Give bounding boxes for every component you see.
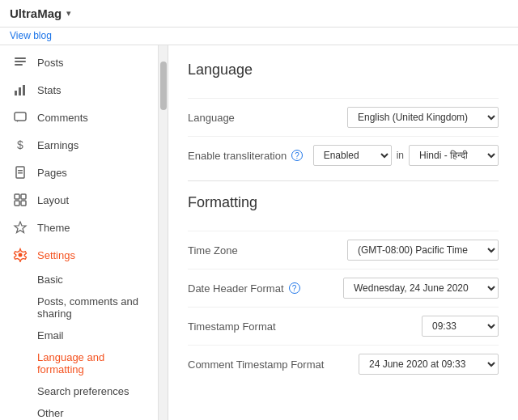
sidebar-sub-search-preferences[interactable]: Search preferences xyxy=(0,380,158,402)
svg-rect-11 xyxy=(21,194,26,199)
header-dropdown-icon[interactable]: ▾ xyxy=(66,8,71,19)
sidebar-item-label: Layout xyxy=(37,194,69,206)
language-section-title: Language xyxy=(188,62,499,85)
sidebar-item-layout[interactable]: Layout xyxy=(0,186,158,214)
date-header-help-icon[interactable]: ? xyxy=(289,282,300,294)
svg-rect-9 xyxy=(18,172,23,174)
sidebar-item-pages[interactable]: Pages xyxy=(0,159,158,186)
sidebar-item-stats[interactable]: Stats xyxy=(0,76,158,104)
sidebar-item-label: Comments xyxy=(37,112,88,124)
svg-rect-4 xyxy=(19,87,21,95)
svg-rect-10 xyxy=(15,194,19,199)
sidebar-sub-language-formatting[interactable]: Language and formatting xyxy=(0,346,158,380)
scrollbar-thumb[interactable] xyxy=(160,62,167,110)
sidebar-item-theme[interactable]: Theme xyxy=(0,214,158,241)
sidebar-sub-label: Email xyxy=(37,329,64,342)
transliteration-enabled-select[interactable]: Enabled Disabled xyxy=(313,145,392,166)
view-blog-link[interactable]: View blog xyxy=(10,30,52,41)
transliteration-in-label: in xyxy=(397,150,404,161)
svg-rect-2 xyxy=(15,64,23,66)
comment-timestamp-select[interactable]: 24 June 2020 at 09:33 June 24, 2020 at 0… xyxy=(359,354,499,375)
transliteration-row: Enable transliteration ? Enabled Disable… xyxy=(188,136,499,174)
transliteration-label: Enable transliteration ? xyxy=(188,150,303,162)
svg-rect-1 xyxy=(15,61,26,62)
sidebar-sub-other[interactable]: Other xyxy=(0,402,158,420)
date-header-control: Wednesday, 24 June 2020 24 June 2020 Jun… xyxy=(343,278,499,299)
timestamp-row: Timestamp Format 09:33 9:33 AM xyxy=(188,307,499,345)
pages-icon xyxy=(13,165,28,180)
language-section: Language Language English (United Kingdo… xyxy=(188,62,499,174)
svg-rect-8 xyxy=(18,170,23,172)
comment-timestamp-label: Comment Timestamp Format xyxy=(188,358,324,371)
svg-rect-5 xyxy=(23,85,25,95)
sidebar-item-settings[interactable]: Settings xyxy=(0,241,158,269)
date-header-row: Date Header Format ? Wednesday, 24 June … xyxy=(188,269,499,307)
comments-icon xyxy=(13,110,28,125)
formatting-section-title: Formatting xyxy=(188,194,499,218)
app-title: UltraMag xyxy=(10,6,62,20)
content-area: Language Language English (United Kingdo… xyxy=(168,45,518,420)
sidebar-item-posts[interactable]: Posts xyxy=(0,49,158,76)
comment-timestamp-row: Comment Timestamp Format 24 June 2020 at… xyxy=(188,345,499,383)
date-header-label: Date Header Format ? xyxy=(188,282,300,295)
settings-icon xyxy=(13,248,28,262)
sidebar-sub-posts-comments[interactable]: Posts, comments and sharing xyxy=(0,291,158,325)
language-select[interactable]: English (United Kingdom) English (United… xyxy=(347,107,499,128)
timestamp-control: 09:33 9:33 AM xyxy=(422,316,499,337)
sidebar-sub-label: Language and formatting xyxy=(37,351,104,375)
sidebar-item-label: Pages xyxy=(37,167,67,179)
timestamp-label: Timestamp Format xyxy=(188,320,276,333)
transliteration-control: Enabled Disabled in Hindi - हिन्दी Tamil… xyxy=(313,145,499,166)
stats-icon xyxy=(13,83,28,97)
earnings-icon: $ xyxy=(13,138,28,152)
sidebar-scrollbar[interactable] xyxy=(159,45,168,420)
date-header-select[interactable]: Wednesday, 24 June 2020 24 June 2020 Jun… xyxy=(343,278,499,299)
transliteration-language-select[interactable]: Hindi - हिन्दी Tamil Bengali xyxy=(409,145,499,166)
sidebar-sub-label: Posts, comments and sharing xyxy=(37,295,138,320)
sidebar-sub-label: Basic xyxy=(37,274,63,286)
section-divider xyxy=(188,180,499,181)
language-label: Language xyxy=(188,112,235,124)
sidebar-sub-label: Other xyxy=(37,407,64,419)
transliteration-help-icon[interactable]: ? xyxy=(291,150,303,161)
svg-rect-0 xyxy=(15,57,26,59)
posts-icon xyxy=(13,55,28,70)
sidebar-sub-basic[interactable]: Basic xyxy=(0,269,158,291)
svg-rect-12 xyxy=(15,201,19,206)
sidebar: Posts Stats Comments $ Earnings Pages xyxy=(0,45,159,420)
formatting-section: Formatting Time Zone (GMT-08:00) Pacific… xyxy=(188,194,499,383)
sidebar-sub-label: Search preferences xyxy=(37,385,129,397)
layout-icon xyxy=(13,193,28,207)
theme-icon xyxy=(13,220,28,235)
language-control: English (United Kingdom) English (United… xyxy=(347,107,499,128)
svg-rect-13 xyxy=(21,201,26,206)
timezone-row: Time Zone (GMT-08:00) Pacific Time (GMT+… xyxy=(188,231,499,269)
svg-point-14 xyxy=(19,253,23,257)
sidebar-sub-email[interactable]: Email xyxy=(0,325,158,346)
sidebar-item-label: Earnings xyxy=(37,139,79,151)
main-layout: Posts Stats Comments $ Earnings Pages xyxy=(0,45,518,420)
sidebar-item-label: Theme xyxy=(37,222,70,234)
sidebar-item-comments[interactable]: Comments xyxy=(0,104,158,131)
timestamp-select[interactable]: 09:33 9:33 AM xyxy=(422,316,499,337)
sidebar-item-earnings[interactable]: $ Earnings xyxy=(0,131,158,159)
timezone-label: Time Zone xyxy=(188,244,238,257)
language-row: Language English (United Kingdom) Englis… xyxy=(188,98,499,136)
sidebar-item-label: Settings xyxy=(37,249,75,261)
timezone-select[interactable]: (GMT-08:00) Pacific Time (GMT+00:00) UTC… xyxy=(347,240,499,261)
comment-timestamp-control: 24 June 2020 at 09:33 June 24, 2020 at 0… xyxy=(359,354,499,375)
svg-rect-3 xyxy=(15,91,17,95)
header: UltraMag ▾ xyxy=(0,0,518,28)
sidebar-item-label: Stats xyxy=(37,84,62,96)
timezone-control: (GMT-08:00) Pacific Time (GMT+00:00) UTC… xyxy=(347,240,499,261)
sidebar-item-label: Posts xyxy=(37,57,64,69)
svg-rect-6 xyxy=(15,112,26,121)
